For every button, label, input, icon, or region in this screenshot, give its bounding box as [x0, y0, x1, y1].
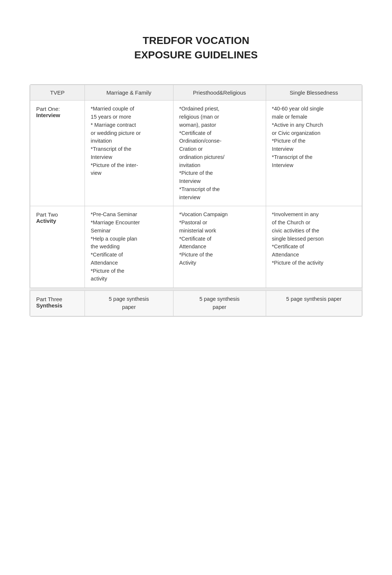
row-1-label: Part TwoActivity — [30, 206, 85, 288]
table-header-row: TVEP Marriage & Family Priesthood&Religi… — [30, 85, 362, 101]
row-1-col3: *Vocation Campaign*Pastoral orministeria… — [173, 206, 266, 288]
row-1-col2: *Pre-Cana Seminar*Marriage EncounterSemi… — [85, 206, 173, 288]
row-2-col3: 5 page synthesispaper — [173, 291, 266, 316]
guidelines-table-container: TVEP Marriage & Family Priesthood&Religi… — [30, 84, 362, 316]
table-row: Part One:Interview*Married couple of15 y… — [30, 101, 362, 206]
guidelines-table: TVEP Marriage & Family Priesthood&Religi… — [30, 85, 362, 316]
header-col2: Marriage & Family — [85, 85, 173, 101]
row-2-label: Part ThreeSynthesis — [30, 291, 85, 316]
title-line2: EXPOSURE GUIDELINES — [134, 49, 258, 61]
row-0-label: Part One:Interview — [30, 101, 85, 206]
header-col1: TVEP — [30, 85, 85, 101]
row-2-col4: 5 page synthesis paper — [266, 291, 362, 316]
page-title: TREDFOR VOCATION EXPOSURE GUIDELINES — [30, 22, 362, 62]
table-row: Part ThreeSynthesis5 page synthesispaper… — [30, 291, 362, 316]
header-col4: Single Blessedness — [266, 85, 362, 101]
divider-row — [30, 288, 362, 291]
row-0-col2: *Married couple of15 years or more* Marr… — [85, 101, 173, 206]
title-line1: TREDFOR VOCATION — [143, 35, 250, 46]
header-col3: Priesthood&Religious — [173, 85, 266, 101]
row-1-col4: *Involvement in anyof the Church orcivic… — [266, 206, 362, 288]
row-2-col2: 5 page synthesispaper — [85, 291, 173, 316]
row-0-col4: *40-60 year old singlemale or female*Act… — [266, 101, 362, 206]
row-0-col3: *Ordained priest,religious (man orwoman)… — [173, 101, 266, 206]
table-row: Part TwoActivity*Pre-Cana Seminar*Marria… — [30, 206, 362, 288]
